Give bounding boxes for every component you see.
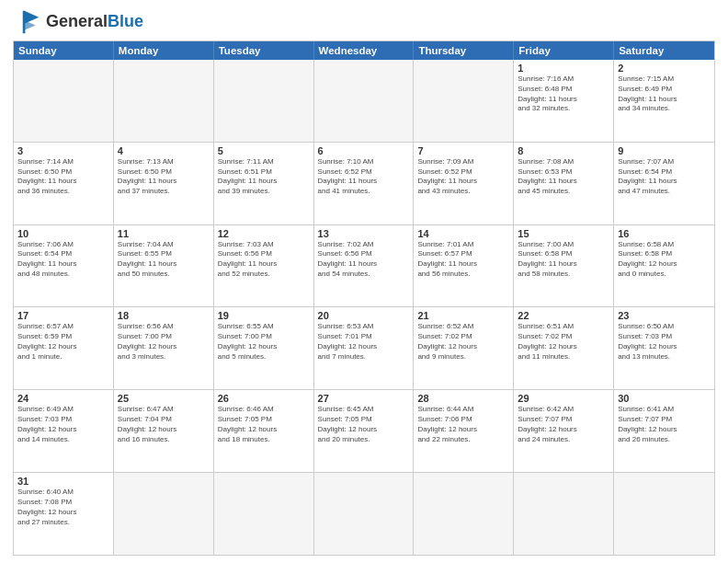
day-info: Sunrise: 7:03 AM Sunset: 6:56 PM Dayligh…: [218, 240, 310, 280]
day-cell-7: 7Sunrise: 7:09 AM Sunset: 6:52 PM Daylig…: [414, 143, 514, 224]
day-number: 21: [417, 310, 509, 321]
day-number: 25: [118, 393, 210, 404]
day-cell-16: 16Sunrise: 6:58 AM Sunset: 6:58 PM Dayli…: [614, 225, 714, 307]
logo-icon: [13, 9, 42, 35]
day-cell-empty: [614, 473, 714, 555]
day-cell-27: 27Sunrise: 6:45 AM Sunset: 7:05 PM Dayli…: [314, 390, 415, 472]
day-number: 5: [218, 145, 310, 156]
day-info: Sunrise: 7:01 AM Sunset: 6:57 PM Dayligh…: [417, 240, 509, 280]
day-info: Sunrise: 6:52 AM Sunset: 7:02 PM Dayligh…: [417, 322, 509, 362]
calendar: SundayMondayTuesdayWednesdayThursdayFrid…: [13, 40, 715, 556]
day-info: Sunrise: 6:49 AM Sunset: 7:03 PM Dayligh…: [17, 405, 109, 444]
week-row-2: 10Sunrise: 7:06 AM Sunset: 6:54 PM Dayli…: [14, 225, 714, 308]
logo: GeneralBlue: [13, 9, 143, 35]
day-number: 19: [218, 310, 310, 321]
day-number: 26: [218, 393, 310, 404]
day-number: 3: [17, 145, 109, 156]
day-cell-5: 5Sunrise: 7:11 AM Sunset: 6:51 PM Daylig…: [214, 143, 314, 224]
day-cell-empty: [214, 473, 314, 555]
day-cell-3: 3Sunrise: 7:14 AM Sunset: 6:50 PM Daylig…: [14, 143, 114, 224]
day-header-tuesday: Tuesday: [214, 41, 314, 60]
svg-marker-1: [25, 20, 36, 30]
day-number: 4: [118, 145, 210, 156]
day-number: 15: [518, 228, 609, 239]
day-cell-empty: [214, 60, 314, 142]
day-cell-29: 29Sunrise: 6:42 AM Sunset: 7:07 PM Dayli…: [514, 390, 614, 472]
day-header-monday: Monday: [114, 41, 214, 60]
day-cell-15: 15Sunrise: 7:00 AM Sunset: 6:58 PM Dayli…: [514, 225, 614, 307]
page: GeneralBlue SundayMondayTuesdayWednesday…: [0, 0, 728, 563]
day-cell-26: 26Sunrise: 6:46 AM Sunset: 7:05 PM Dayli…: [214, 390, 314, 472]
day-info: Sunrise: 6:57 AM Sunset: 6:59 PM Dayligh…: [17, 322, 109, 362]
day-info: Sunrise: 7:09 AM Sunset: 6:52 PM Dayligh…: [417, 157, 509, 197]
week-row-3: 17Sunrise: 6:57 AM Sunset: 6:59 PM Dayli…: [14, 307, 714, 390]
day-info: Sunrise: 7:14 AM Sunset: 6:50 PM Dayligh…: [17, 157, 109, 197]
day-cell-6: 6Sunrise: 7:10 AM Sunset: 6:52 PM Daylig…: [314, 143, 415, 224]
day-info: Sunrise: 6:53 AM Sunset: 7:01 PM Dayligh…: [318, 322, 410, 362]
day-number: 17: [17, 310, 109, 321]
day-header-thursday: Thursday: [414, 41, 514, 60]
day-info: Sunrise: 6:56 AM Sunset: 7:00 PM Dayligh…: [118, 322, 210, 362]
day-header-wednesday: Wednesday: [314, 41, 415, 60]
day-info: Sunrise: 6:40 AM Sunset: 7:08 PM Dayligh…: [17, 488, 109, 527]
day-cell-28: 28Sunrise: 6:44 AM Sunset: 7:06 PM Dayli…: [414, 390, 514, 472]
day-info: Sunrise: 6:58 AM Sunset: 6:58 PM Dayligh…: [618, 240, 711, 280]
day-number: 8: [518, 145, 609, 156]
day-number: 18: [118, 310, 210, 321]
day-number: 13: [318, 228, 410, 239]
day-info: Sunrise: 6:55 AM Sunset: 7:00 PM Dayligh…: [218, 322, 310, 362]
day-cell-14: 14Sunrise: 7:01 AM Sunset: 6:57 PM Dayli…: [414, 225, 514, 307]
calendar-body: 1Sunrise: 7:16 AM Sunset: 6:48 PM Daylig…: [14, 60, 714, 555]
day-number: 10: [17, 228, 109, 239]
svg-rect-2: [23, 11, 26, 34]
day-info: Sunrise: 7:08 AM Sunset: 6:53 PM Dayligh…: [518, 157, 609, 197]
day-number: 27: [318, 393, 410, 404]
day-number: 16: [618, 228, 711, 239]
day-info: Sunrise: 6:51 AM Sunset: 7:02 PM Dayligh…: [518, 322, 609, 362]
day-cell-empty: [314, 473, 415, 555]
day-cell-empty: [514, 473, 614, 555]
day-number: 12: [218, 228, 310, 239]
day-number: 9: [618, 145, 711, 156]
day-number: 31: [17, 476, 109, 487]
day-cell-9: 9Sunrise: 7:07 AM Sunset: 6:54 PM Daylig…: [614, 143, 714, 224]
day-cell-20: 20Sunrise: 6:53 AM Sunset: 7:01 PM Dayli…: [314, 307, 415, 389]
day-info: Sunrise: 6:45 AM Sunset: 7:05 PM Dayligh…: [318, 405, 410, 444]
day-info: Sunrise: 6:50 AM Sunset: 7:03 PM Dayligh…: [618, 322, 711, 362]
day-info: Sunrise: 6:47 AM Sunset: 7:04 PM Dayligh…: [118, 405, 210, 444]
day-info: Sunrise: 7:11 AM Sunset: 6:51 PM Dayligh…: [218, 157, 310, 197]
day-info: Sunrise: 6:44 AM Sunset: 7:06 PM Dayligh…: [417, 405, 509, 444]
day-info: Sunrise: 7:15 AM Sunset: 6:49 PM Dayligh…: [618, 75, 711, 114]
day-header-friday: Friday: [514, 41, 614, 60]
day-header-saturday: Saturday: [614, 41, 714, 60]
header: GeneralBlue: [13, 9, 715, 35]
day-cell-24: 24Sunrise: 6:49 AM Sunset: 7:03 PM Dayli…: [14, 390, 114, 472]
day-cell-18: 18Sunrise: 6:56 AM Sunset: 7:00 PM Dayli…: [114, 307, 214, 389]
day-info: Sunrise: 7:07 AM Sunset: 6:54 PM Dayligh…: [618, 157, 711, 197]
day-info: Sunrise: 7:02 AM Sunset: 6:56 PM Dayligh…: [318, 240, 410, 280]
day-number: 7: [417, 145, 509, 156]
day-number: 20: [318, 310, 410, 321]
day-number: 14: [417, 228, 509, 239]
day-cell-13: 13Sunrise: 7:02 AM Sunset: 6:56 PM Dayli…: [314, 225, 415, 307]
day-cell-empty: [114, 60, 214, 142]
day-info: Sunrise: 6:41 AM Sunset: 7:07 PM Dayligh…: [618, 405, 711, 444]
day-number: 1: [518, 63, 609, 74]
day-number: 22: [518, 310, 609, 321]
day-cell-10: 10Sunrise: 7:06 AM Sunset: 6:54 PM Dayli…: [14, 225, 114, 307]
day-cell-8: 8Sunrise: 7:08 AM Sunset: 6:53 PM Daylig…: [514, 143, 614, 224]
day-cell-empty: [114, 473, 214, 555]
week-row-0: 1Sunrise: 7:16 AM Sunset: 6:48 PM Daylig…: [14, 60, 714, 143]
day-number: 29: [518, 393, 609, 404]
day-info: Sunrise: 7:16 AM Sunset: 6:48 PM Dayligh…: [518, 75, 609, 114]
day-cell-19: 19Sunrise: 6:55 AM Sunset: 7:00 PM Dayli…: [214, 307, 314, 389]
day-cell-1: 1Sunrise: 7:16 AM Sunset: 6:48 PM Daylig…: [514, 60, 614, 142]
day-cell-2: 2Sunrise: 7:15 AM Sunset: 6:49 PM Daylig…: [614, 60, 714, 142]
day-number: 23: [618, 310, 711, 321]
day-cell-4: 4Sunrise: 7:13 AM Sunset: 6:50 PM Daylig…: [114, 143, 214, 224]
logo-text: GeneralBlue: [46, 12, 143, 32]
week-row-5: 31Sunrise: 6:40 AM Sunset: 7:08 PM Dayli…: [14, 473, 714, 555]
day-cell-25: 25Sunrise: 6:47 AM Sunset: 7:04 PM Dayli…: [114, 390, 214, 472]
day-number: 24: [17, 393, 109, 404]
day-cell-12: 12Sunrise: 7:03 AM Sunset: 6:56 PM Dayli…: [214, 225, 314, 307]
